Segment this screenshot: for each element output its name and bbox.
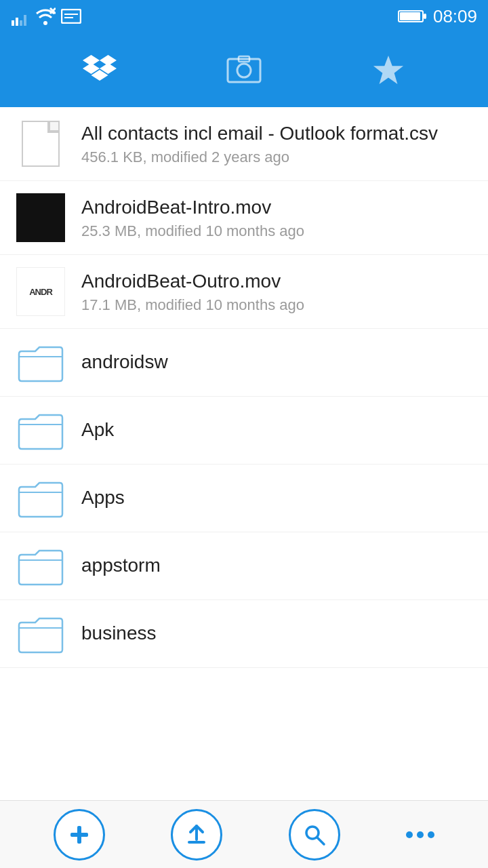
search-button[interactable] bbox=[289, 809, 340, 861]
add-icon bbox=[66, 822, 92, 848]
search-icon bbox=[302, 822, 327, 848]
file-name: AndroidBeat-Outro.mov bbox=[81, 269, 472, 294]
status-right: 08:09 bbox=[398, 6, 477, 27]
svg-point-4 bbox=[43, 21, 47, 25]
nav-favorites-tab[interactable] bbox=[365, 46, 412, 94]
folder-icon bbox=[16, 613, 65, 655]
upload-button[interactable] bbox=[171, 809, 222, 861]
svg-rect-12 bbox=[424, 14, 426, 19]
file-thumbnail bbox=[16, 342, 65, 384]
file-thumbnail bbox=[16, 193, 65, 242]
status-bar: 08:09 bbox=[0, 0, 488, 33]
list-item[interactable]: Apps bbox=[0, 465, 488, 532]
file-name: All contacts incl email - Outlook format… bbox=[81, 121, 472, 146]
folder-icon bbox=[16, 342, 65, 384]
nav-photos-tab[interactable] bbox=[220, 46, 268, 94]
time-display: 08:09 bbox=[433, 6, 477, 27]
file-info: Apk bbox=[81, 418, 472, 442]
svg-rect-7 bbox=[62, 9, 81, 23]
caption-icon bbox=[61, 9, 81, 24]
folder-icon bbox=[16, 545, 65, 587]
status-icons bbox=[11, 7, 81, 26]
svg-line-25 bbox=[317, 837, 324, 844]
list-item[interactable]: ANDR AndroidBeat-Outro.mov 17.1 MB, modi… bbox=[0, 255, 488, 329]
add-button[interactable] bbox=[54, 809, 105, 861]
nav-files-tab[interactable] bbox=[76, 46, 123, 94]
list-item[interactable]: appstorm bbox=[0, 532, 488, 600]
header-nav bbox=[0, 33, 488, 107]
photos-icon bbox=[226, 55, 262, 85]
file-thumbnail bbox=[16, 119, 65, 168]
list-item[interactable]: androidsw bbox=[0, 329, 488, 397]
file-info: AndroidBeat-Outro.mov 17.1 MB, modified … bbox=[81, 269, 472, 314]
video-thumbnail-black bbox=[16, 193, 65, 242]
file-info: Apps bbox=[81, 486, 472, 510]
file-name: business bbox=[81, 621, 472, 646]
file-name: Apk bbox=[81, 418, 472, 442]
svg-point-19 bbox=[237, 64, 251, 77]
battery-icon bbox=[398, 9, 428, 24]
list-item[interactable]: Apk bbox=[0, 397, 488, 465]
list-item[interactable]: business bbox=[0, 600, 488, 668]
file-info: business bbox=[81, 621, 472, 646]
more-button[interactable] bbox=[406, 831, 434, 838]
dot-1 bbox=[406, 831, 413, 838]
list-item[interactable]: All contacts incl email - Outlook format… bbox=[0, 107, 488, 181]
file-info: appstorm bbox=[81, 553, 472, 578]
file-meta: 25.3 MB, modified 10 months ago bbox=[81, 222, 472, 240]
file-list: All contacts incl email - Outlook format… bbox=[0, 107, 488, 800]
file-name: AndroidBeat-Intro.mov bbox=[81, 195, 472, 220]
svg-marker-21 bbox=[373, 56, 403, 84]
upload-icon bbox=[184, 822, 209, 848]
dot-3 bbox=[428, 831, 434, 838]
file-thumbnail bbox=[16, 477, 65, 519]
file-info: All contacts incl email - Outlook format… bbox=[81, 121, 472, 166]
folder-icon bbox=[16, 477, 65, 519]
folder-icon bbox=[16, 410, 65, 452]
file-thumbnail bbox=[16, 613, 65, 655]
file-thumbnail: ANDR bbox=[16, 267, 65, 316]
star-icon bbox=[372, 54, 405, 86]
video-thumbnail-andr: ANDR bbox=[16, 267, 65, 316]
signal-icon bbox=[11, 7, 30, 26]
file-info: androidsw bbox=[81, 350, 472, 374]
document-icon bbox=[22, 121, 60, 167]
file-meta: 17.1 MB, modified 10 months ago bbox=[81, 296, 472, 314]
svg-rect-11 bbox=[400, 12, 420, 20]
file-name: Apps bbox=[81, 486, 472, 510]
file-name: appstorm bbox=[81, 553, 472, 578]
wifi-icon bbox=[35, 7, 56, 26]
file-name: androidsw bbox=[81, 350, 472, 374]
dropbox-icon bbox=[82, 55, 117, 85]
dot-2 bbox=[417, 831, 424, 838]
svg-rect-23 bbox=[77, 826, 81, 844]
file-thumbnail bbox=[16, 545, 65, 587]
file-meta: 456.1 KB, modified 2 years ago bbox=[81, 149, 472, 166]
list-item[interactable]: AndroidBeat-Intro.mov 25.3 MB, modified … bbox=[0, 181, 488, 255]
file-info: AndroidBeat-Intro.mov 25.3 MB, modified … bbox=[81, 195, 472, 240]
file-thumbnail bbox=[16, 410, 65, 452]
bottom-toolbar bbox=[0, 800, 488, 868]
